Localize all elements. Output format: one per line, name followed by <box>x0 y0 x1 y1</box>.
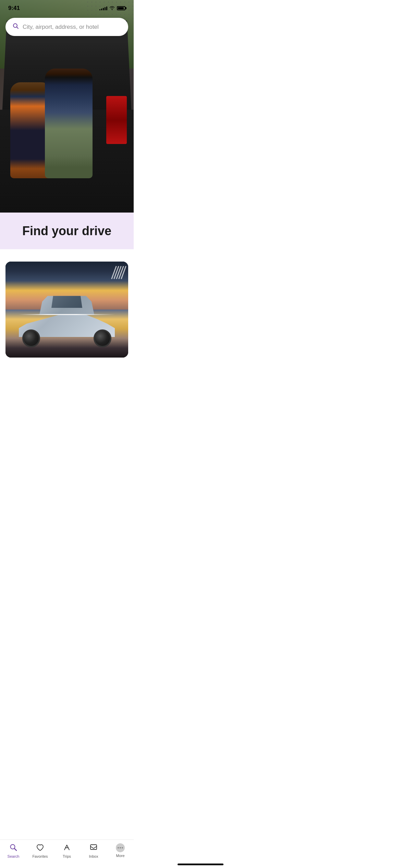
page-container: 9:41 <box>0 0 134 385</box>
truck-windshield <box>50 296 84 308</box>
search-container: City, airport, address, or hotel <box>0 18 134 36</box>
search-placeholder: City, airport, address, or hotel <box>23 24 99 31</box>
card-section <box>0 262 134 358</box>
promo-text: Find your drive <box>22 224 111 238</box>
card-stripes <box>113 266 124 279</box>
wifi-icon <box>109 5 115 11</box>
truck-wheel-rear <box>94 329 111 347</box>
cybertruck-card[interactable] <box>5 262 128 358</box>
truck-accent-light <box>19 314 115 315</box>
truck-wheel-front <box>22 329 40 347</box>
promo-banner: Find your drive <box>0 213 134 249</box>
section-gap <box>0 249 134 262</box>
status-bar: 9:41 <box>0 0 134 14</box>
people-area <box>10 58 93 178</box>
search-bar[interactable]: City, airport, address, or hotel <box>5 18 128 36</box>
search-icon <box>12 23 19 31</box>
card-image <box>5 262 128 358</box>
status-time: 9:41 <box>8 5 20 12</box>
truck-wheels <box>22 329 111 347</box>
status-icons <box>99 5 125 11</box>
battery-icon <box>117 6 125 10</box>
person-man <box>45 69 93 178</box>
signal-icon <box>99 6 107 10</box>
tail-light <box>106 96 127 144</box>
cybertruck-vehicle <box>12 306 122 347</box>
svg-line-1 <box>17 27 19 29</box>
